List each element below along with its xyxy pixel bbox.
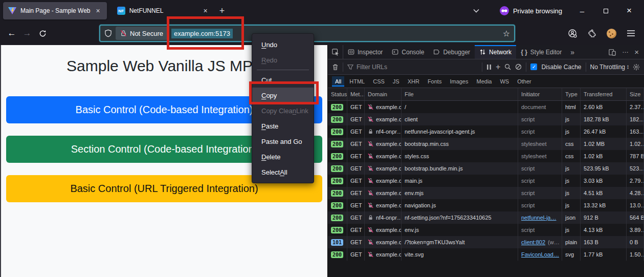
not-secure-chip[interactable]: Not Secure bbox=[116, 27, 168, 40]
tab-list-chevron-icon[interactable] bbox=[473, 9, 479, 13]
file-cell: navigation.js bbox=[402, 199, 518, 211]
filter-all[interactable]: All bbox=[332, 76, 344, 87]
menu-item-paste[interactable]: Paste bbox=[252, 118, 314, 134]
request-row[interactable]: 200GETexample.c…navigation.jsscriptjs13.… bbox=[328, 199, 644, 211]
pause-recording-icon[interactable] bbox=[486, 64, 492, 70]
account-icon[interactable] bbox=[565, 26, 580, 40]
devtools-meatball-menu-icon[interactable]: ⋯ bbox=[622, 49, 628, 56]
tab-main-page[interactable]: Main Page - Sample Web × bbox=[3, 2, 107, 19]
column-header-status[interactable]: Status bbox=[328, 88, 347, 100]
devtools-tab-debugger[interactable]: Debugger bbox=[429, 45, 475, 59]
devtools-tab-inspector[interactable]: Inspector bbox=[343, 45, 387, 59]
request-row[interactable]: 200GETexample.c…env.jsscriptjs4.13 kB3.8… bbox=[328, 224, 644, 236]
new-tab-button[interactable]: + bbox=[214, 5, 230, 17]
tab-close-icon[interactable]: × bbox=[95, 7, 102, 15]
status-cell: 200 bbox=[328, 248, 347, 261]
column-header-domain[interactable]: Domain bbox=[365, 88, 402, 100]
menu-item-redo[interactable]: Redo bbox=[252, 52, 314, 68]
forward-button[interactable]: → bbox=[19, 26, 35, 41]
menu-item-copy-clean-link[interactable]: Copy Clean Link bbox=[252, 103, 314, 118]
status-badge: 200 bbox=[331, 251, 343, 258]
filter-other[interactable]: Other bbox=[514, 76, 535, 87]
netfunnel-favicon-icon: NF bbox=[117, 7, 125, 15]
throttling-dropdown[interactable]: No Throttling ▴▾ bbox=[590, 63, 629, 71]
request-row[interactable]: 101GETexample.c…/?token=gmTKU3wsYaltclie… bbox=[328, 236, 644, 248]
method-cell: GET bbox=[347, 113, 365, 125]
initiator-link[interactable]: client:802 bbox=[521, 239, 545, 245]
menu-item-undo[interactable]: Undo bbox=[252, 37, 314, 52]
filter-images[interactable]: Images bbox=[447, 76, 471, 87]
filter-urls-input[interactable]: Filter URLs bbox=[347, 63, 478, 71]
network-settings-gear-icon[interactable] bbox=[633, 63, 640, 71]
minimize-button[interactable]: – bbox=[570, 2, 594, 19]
close-window-button[interactable]: × bbox=[617, 2, 641, 19]
initiator-text: document bbox=[521, 104, 546, 110]
request-row[interactable]: 200GETexample.c…bootstrap.min.cssstylesh… bbox=[328, 138, 644, 150]
request-row[interactable]: 200GETnf4-onpr…netfunnel-javascript-agen… bbox=[328, 125, 644, 138]
devtools-close-icon[interactable]: × bbox=[634, 48, 639, 56]
responsive-design-icon[interactable] bbox=[609, 49, 616, 56]
filter-fonts[interactable]: Fonts bbox=[425, 76, 445, 87]
search-icon[interactable] bbox=[504, 63, 511, 70]
status-badge: 200 bbox=[331, 227, 343, 233]
method-cell: GET bbox=[347, 224, 365, 236]
method-cell: GET bbox=[347, 211, 365, 224]
column-header-file[interactable]: File bbox=[402, 88, 518, 100]
devtools-tab-network[interactable]: Network bbox=[475, 45, 516, 59]
transferred-cell: 13.32 kB bbox=[581, 199, 627, 211]
new-request-plus-icon[interactable]: + bbox=[496, 62, 500, 72]
method-cell: GET bbox=[347, 138, 365, 150]
bookmark-star-icon[interactable]: ☆ bbox=[503, 29, 510, 38]
initiator-link[interactable]: netfunnel-ja… bbox=[521, 215, 557, 221]
maximize-button[interactable] bbox=[594, 2, 617, 19]
filter-xhr[interactable]: XHR bbox=[405, 76, 423, 87]
column-header-size[interactable]: Size bbox=[627, 88, 644, 100]
status-cell: 200 bbox=[328, 125, 347, 138]
filter-css[interactable]: CSS bbox=[370, 76, 388, 87]
initiator-cell: document bbox=[518, 101, 562, 113]
menu-item-select-all[interactable]: Select All bbox=[252, 164, 314, 180]
request-row[interactable]: 200GETexample.c…bootstrap.bundle.min.jss… bbox=[328, 162, 644, 175]
disable-cache-checkbox[interactable]: ✓ bbox=[530, 63, 537, 70]
request-row[interactable]: 200GETexample.c…main.jsscriptjs3.03 kB2.… bbox=[328, 175, 644, 187]
back-button[interactable]: ← bbox=[4, 26, 19, 41]
extensions-puzzle-icon[interactable] bbox=[585, 26, 599, 40]
transferred-cell: 4.51 kB bbox=[581, 187, 627, 199]
request-row[interactable]: 200GETnf4-onpr…nf-setting.json?nf=175623… bbox=[328, 211, 644, 224]
column-header-initiator[interactable]: Initiator bbox=[518, 88, 562, 100]
reload-button[interactable] bbox=[35, 26, 50, 41]
menu-item-delete[interactable]: Delete bbox=[252, 149, 314, 164]
block-requests-icon[interactable] bbox=[515, 63, 522, 70]
request-row[interactable]: 200GETexample.c…vite.svgFaviconLoad…svg1… bbox=[328, 248, 644, 261]
devtools-tab-console[interactable]: Console bbox=[387, 45, 429, 59]
element-picker-icon[interactable] bbox=[328, 45, 343, 59]
initiator-text: script bbox=[521, 116, 535, 122]
shield-icon[interactable] bbox=[104, 29, 112, 37]
annotation-rect-copy bbox=[249, 81, 319, 104]
file-cell: netfunnel-javascript-agent.js bbox=[402, 125, 518, 138]
size-cell: 182… bbox=[627, 113, 644, 125]
disable-cache-label[interactable]: Disable Cache bbox=[541, 63, 581, 71]
column-header-type[interactable]: Type bbox=[562, 88, 581, 100]
filter-js[interactable]: JS bbox=[390, 76, 403, 87]
menu-item-paste-and-go[interactable]: Paste and Go bbox=[252, 134, 314, 149]
request-row[interactable]: 200GETexample.c…clientscriptjs182.78 kB1… bbox=[328, 113, 644, 125]
clear-requests-trash-icon[interactable] bbox=[332, 63, 339, 71]
app-menu-hamburger-icon[interactable] bbox=[624, 26, 638, 40]
filter-ws[interactable]: WS bbox=[497, 76, 512, 87]
more-tabs-chevron-icon[interactable]: » bbox=[566, 45, 579, 59]
initiator-cell: netfunnel-ja… bbox=[518, 211, 562, 224]
tab-close-icon[interactable]: × bbox=[202, 7, 209, 15]
lock-slash-icon bbox=[368, 116, 373, 122]
request-type-filters: AllHTMLCSSJSXHRFontsImagesMediaWSOther bbox=[328, 75, 644, 88]
initiator-link[interactable]: FaviconLoad… bbox=[521, 251, 559, 258]
request-row[interactable]: 200GETexample.c…styles.cssstylesheetcss1… bbox=[328, 150, 644, 162]
filter-html[interactable]: HTML bbox=[346, 76, 368, 87]
filter-media[interactable]: Media bbox=[473, 76, 495, 87]
profile-avatar[interactable] bbox=[604, 26, 618, 40]
column-header-transferred[interactable]: Transferred bbox=[581, 88, 627, 100]
devtools-tab-style-editor[interactable]: { }Style Editor bbox=[516, 45, 566, 59]
column-header-met[interactable]: Met… bbox=[347, 88, 365, 100]
request-row[interactable]: 200GETexample.c…env.mjsscriptjs4.51 kB4.… bbox=[328, 187, 644, 199]
request-row[interactable]: 200GETexample.c…/documenthtml2.60 kB2.37… bbox=[328, 101, 644, 113]
